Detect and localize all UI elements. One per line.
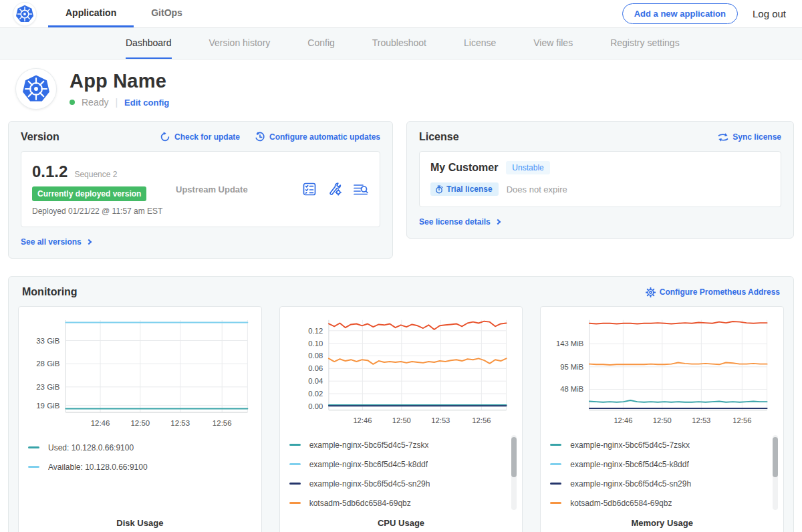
configure-prometheus-link[interactable]: Configure Prometheus Address [646,287,780,297]
legend-label: Available: 10.128.0.66:9100 [48,462,148,472]
legend-item: example-nginx-5bc6f5d4c5-7zskx [550,435,765,454]
topnav-tab-gitops[interactable]: GitOps [134,0,200,27]
view-logs-icon[interactable] [353,182,369,196]
summary-cards-row: Version Check for update Configure au [8,121,794,259]
license-type-badge: Trial license [430,182,499,196]
topnav-tab-application[interactable]: Application [48,0,134,27]
svg-text:12:46: 12:46 [614,416,633,424]
legend-swatch-icon [289,463,301,465]
app-sub-nav: Dashboard Version history Config Trouble… [0,28,802,59]
svg-text:12:50: 12:50 [392,416,410,424]
svg-text:0.02: 0.02 [308,390,323,398]
svg-text:28 GiB: 28 GiB [36,360,59,368]
legend-scrollbar[interactable] [773,435,778,510]
legend-label: kotsadm-5db6dc6584-69qbz [570,499,672,508]
legend-item: Used: 10.128.0.66:9100 [28,438,243,457]
brand [13,0,36,27]
topnav-spacer [200,0,622,27]
legend-swatch-icon [550,444,561,446]
legend-label: kotsadm-5db6dc6584-69qbz [309,499,411,508]
tab-dashboard[interactable]: Dashboard [126,28,172,59]
tab-registry-settings[interactable]: Registry settings [610,28,679,59]
svg-text:95 MiB: 95 MiB [561,363,584,371]
tab-view-files[interactable]: View files [533,28,573,59]
version-source-label: Upstream Update [176,184,302,194]
legend-label: example-nginx-5bc6f5d4c5-7zskx [570,440,690,450]
svg-text:19 GiB: 19 GiB [36,402,59,410]
disk-usage-title: Disk Usage [28,513,252,532]
legend-label: example-nginx-5bc6f5d4c5-sn29h [309,479,430,489]
svg-text:48 MiB: 48 MiB [561,385,584,393]
tab-troubleshoot[interactable]: Troubleshoot [372,28,426,59]
svg-text:0.00: 0.00 [308,402,323,410]
monitoring-section: Monitoring Configure Prometheus Address … [8,276,794,532]
monitoring-title: Monitoring [22,286,78,298]
logout-button[interactable]: Log out [753,8,786,19]
svg-text:12:56: 12:56 [733,416,752,424]
current-version-row: 0.1.2 Sequence 2 Currently deployed vers… [21,151,380,227]
cpu-usage-title: CPU Usage [289,513,513,532]
kubernetes-logo-icon [13,3,36,25]
svg-text:12:50: 12:50 [653,416,672,424]
config-wrench-icon[interactable] [327,182,342,196]
svg-text:0.04: 0.04 [308,377,323,385]
see-license-details-link[interactable]: See license details [419,215,781,227]
cpu-usage-legend: example-nginx-5bc6f5d4c5-7zskxexample-ng… [289,435,513,513]
legend-item: kotsadm-5db6dc6584-69qbz [550,493,765,513]
legend-item: example-nginx-5bc6f5d4c5-sn29h [289,474,504,493]
currently-deployed-badge: Currently deployed version [32,186,146,201]
legend-item: example-nginx-5bc6f5d4c5-k8ddf [289,454,504,474]
legend-label: example-nginx-5bc6f5d4c5-7zskx [309,440,429,450]
version-card-title: Version [21,131,59,143]
tab-version-history[interactable]: Version history [209,28,271,59]
configure-automatic-updates-link[interactable]: Configure automatic updates [255,132,380,142]
legend-scrollbar-thumb[interactable] [511,437,517,477]
svg-text:12:53: 12:53 [692,416,711,424]
legend-scrollbar-thumb[interactable] [773,437,778,477]
svg-text:12:53: 12:53 [431,416,450,424]
legend-label: Used: 10.128.0.66:9100 [48,443,134,452]
license-details-row: My Customer Unstable Trial license Does … [419,151,781,207]
svg-text:12:46: 12:46 [91,419,110,427]
sync-arrows-icon [718,132,728,142]
clock-refresh-icon [255,132,265,142]
deployed-timestamp: Deployed 01/21/22 @ 11:57 am EST [32,207,176,216]
legend-item: kotsadm-5db6dc6584-69qbz [289,493,504,513]
tab-license[interactable]: License [464,28,496,59]
svg-text:0.08: 0.08 [308,352,323,360]
legend-label: example-nginx-5bc6f5d4c5-k8ddf [309,460,428,469]
memory-usage-legend: example-nginx-5bc6f5d4c5-7zskxexample-ng… [550,435,774,513]
svg-text:12:56: 12:56 [213,419,232,427]
app-header: App Name Ready | Edit config [0,59,802,117]
legend-item: example-nginx-5bc6f5d4c5-k8ddf [550,454,765,474]
svg-text:33 GiB: 33 GiB [36,337,59,345]
check-for-update-link[interactable]: Check for update [160,132,240,142]
charts-row: 19 GiB23 GiB28 GiB33 GiB12:4612:5012:531… [18,306,784,532]
status-badge: Ready [82,97,108,108]
legend-label: example-nginx-5bc6f5d4c5-k8ddf [570,460,688,469]
tab-config[interactable]: Config [307,28,334,59]
license-expiry: Does not expire [507,184,567,194]
memory-usage-chart: 48 MiB95 MiB143 MiB12:4612:5012:5312:56 [550,315,774,427]
svg-text:0.12: 0.12 [308,327,323,335]
legend-swatch-icon [550,502,561,504]
svg-text:23 GiB: 23 GiB [36,383,59,391]
app-logo-icon [16,69,56,109]
stopwatch-icon [435,185,443,194]
legend-scrollbar[interactable] [511,435,517,510]
top-nav: Application GitOps Add a new application… [0,0,802,28]
version-card: Version Check for update Configure au [8,121,393,259]
svg-text:143 MiB: 143 MiB [556,340,583,348]
customer-name: My Customer [430,162,498,174]
license-card: License Sync license My Customer Unstabl… [406,121,794,239]
preflight-checks-icon[interactable] [302,182,317,196]
chevron-right-icon [86,239,91,245]
see-all-versions-link[interactable]: See all versions [21,235,380,247]
edit-config-link[interactable]: Edit config [124,98,169,108]
legend-swatch-icon [289,502,301,504]
add-application-button[interactable]: Add a new application [622,3,738,24]
version-number: 0.1.2 [32,162,68,181]
legend-swatch-icon [550,463,561,465]
sync-license-link[interactable]: Sync license [718,132,781,142]
legend-item: example-nginx-5bc6f5d4c5-sn29h [550,474,765,493]
